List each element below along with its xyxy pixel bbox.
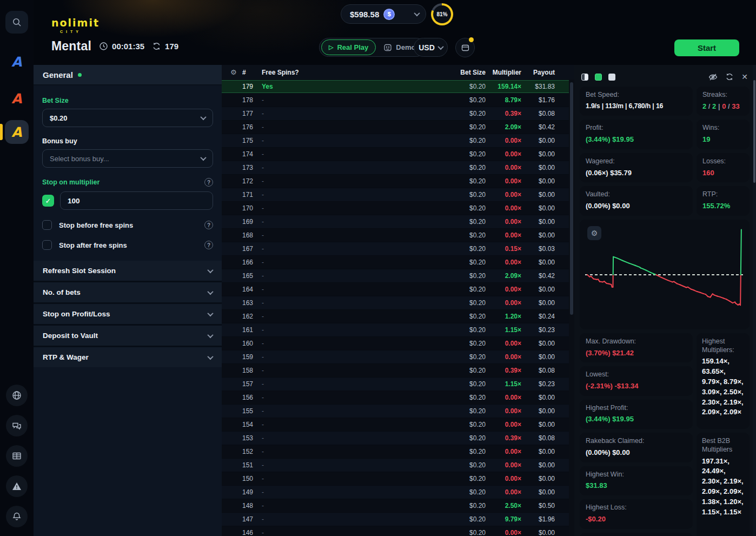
table-row[interactable]: 153-$0.200.39×$0.08	[222, 432, 574, 445]
site-logo-blue[interactable]: A	[5, 50, 29, 74]
accordion-list: Refresh Slot SessionNo. of betsStop on P…	[34, 261, 222, 367]
site-logo-red[interactable]: A	[5, 87, 29, 110]
history-button[interactable]	[6, 445, 28, 467]
chevron-down-icon	[414, 10, 420, 16]
stats-scrollbar[interactable]	[753, 65, 756, 536]
notifications-button[interactable]	[6, 506, 28, 527]
chat-button[interactable]	[6, 415, 28, 436]
row-payout: $0.00	[521, 286, 555, 293]
row-bet-size: $0.20	[446, 259, 486, 266]
row-number: 178	[242, 96, 262, 104]
table-row[interactable]: 152-$0.200.00×$0.00	[222, 445, 574, 458]
table-row[interactable]: 163-$0.200.00×$0.00	[222, 296, 574, 309]
chart-settings-button[interactable]: ⚙	[587, 226, 601, 240]
accordion-stop-on-profit-loss[interactable]: Stop on Profit/Loss	[34, 304, 222, 324]
bonus-buy-select[interactable]: Select bonus buy...	[42, 149, 213, 168]
table-settings-gear-icon[interactable]: ⚙	[230, 68, 242, 76]
stat-value: 159.14×, 63.65×, 9.79×, 8.79×, 3.09×, 2.…	[702, 356, 744, 418]
table-row[interactable]: 170-$0.200.00×$0.00	[222, 202, 574, 215]
streak-part: 33	[732, 102, 739, 110]
table-row[interactable]: 150-$0.200.00×$0.00	[222, 472, 574, 485]
table-row[interactable]: 177-$0.200.39×$0.08	[222, 107, 574, 120]
row-bet-size: $0.20	[446, 434, 486, 442]
close-icon[interactable]: ✕	[741, 73, 748, 81]
accordion-refresh-slot-session[interactable]: Refresh Slot Session	[34, 261, 222, 281]
refresh-icon	[152, 42, 161, 51]
table-row[interactable]: 148-$0.202.50×$0.50	[222, 499, 574, 512]
stop-after-checkbox[interactable]	[42, 240, 52, 250]
balance-dropdown[interactable]: $598.58 $	[341, 4, 426, 24]
table-row[interactable]: 149-$0.200.00×$0.00	[222, 486, 574, 499]
layout-panel-active-icon[interactable]	[595, 74, 602, 81]
settings-section-header[interactable]: General	[34, 65, 222, 85]
currency-select[interactable]: USD	[414, 38, 448, 57]
table-row[interactable]: 176-$0.202.09×$0.42	[222, 121, 574, 134]
help-icon[interactable]: ?	[204, 178, 213, 187]
table-row[interactable]: 156-$0.200.00×$0.00	[222, 391, 574, 404]
table-row[interactable]: 165-$0.202.09×$0.42	[222, 269, 574, 282]
table-scrollbar[interactable]	[569, 80, 574, 536]
bonus-progress-ring[interactable]: 81%	[431, 3, 453, 25]
search-button[interactable]	[5, 11, 28, 34]
site-logo-yellow-active[interactable]: A	[5, 120, 29, 144]
table-row[interactable]: 160-$0.200.00×$0.00	[222, 337, 574, 350]
table-row[interactable]: 164-$0.200.00×$0.00	[222, 283, 574, 296]
eye-off-icon[interactable]	[708, 72, 718, 82]
check-icon: ✓	[45, 197, 51, 205]
table-row[interactable]: 154-$0.200.00×$0.00	[222, 418, 574, 431]
stop-multiplier-input[interactable]: 100	[60, 191, 213, 210]
table-row[interactable]: 168-$0.200.00×$0.00	[222, 229, 574, 242]
accordion-deposit-to-vault[interactable]: Deposit to Vault	[34, 326, 222, 346]
table-row[interactable]: 146-$0.200.00×$0.00	[222, 526, 574, 536]
row-bet-size: $0.20	[446, 461, 486, 469]
row-payout: $1.96	[521, 515, 555, 523]
chevron-down-icon	[207, 310, 213, 316]
row-free-spins: -	[262, 137, 446, 144]
table-row[interactable]: 161-$0.201.15×$0.23	[222, 323, 574, 336]
real-play-button[interactable]: ▷ Real Play	[321, 39, 376, 55]
spin-count-value: 179	[165, 42, 178, 51]
table-row[interactable]: 147-$0.209.79×$1.96	[222, 513, 574, 526]
stop-before-checkbox[interactable]	[42, 220, 52, 230]
table-row[interactable]: 157-$0.201.15×$0.23	[222, 378, 574, 391]
table-row[interactable]: 172-$0.200.00×$0.00	[222, 175, 574, 188]
accordion-rtp-wager[interactable]: RTP & Wager	[34, 347, 222, 367]
stats-scrollbar-thumb[interactable]	[753, 80, 755, 183]
alerts-button[interactable]	[6, 475, 28, 497]
table-row[interactable]: 171-$0.200.00×$0.00	[222, 188, 574, 201]
table-row[interactable]: 158-$0.200.39×$0.08	[222, 364, 574, 377]
stat-card-max-drawdown: Max. Drawdown:(3.70%) $21.42	[580, 333, 693, 362]
table-scrollbar-thumb[interactable]	[570, 82, 573, 315]
table-row[interactable]: 151-$0.200.00×$0.00	[222, 459, 574, 472]
table-row[interactable]: 178-$0.208.79×$1.76	[222, 94, 574, 107]
wallet-button[interactable]	[455, 38, 475, 57]
table-row[interactable]: 167-$0.200.15×$0.03	[222, 242, 574, 255]
table-row[interactable]: 159-$0.200.00×$0.00	[222, 350, 574, 363]
layout-split-icon[interactable]	[581, 74, 588, 81]
row-multiplier: 0.00×	[486, 407, 521, 415]
bet-size-select[interactable]: $0.20	[42, 109, 213, 127]
table-row[interactable]: 155-$0.200.00×$0.00	[222, 405, 574, 418]
help-icon[interactable]: ?	[204, 241, 213, 249]
table-row[interactable]: 162-$0.201.20×$0.24	[222, 310, 574, 323]
start-button[interactable]: Start	[674, 39, 739, 56]
table-row[interactable]: 166-$0.200.00×$0.00	[222, 256, 574, 269]
stop-multiplier-checkbox-checked[interactable]: ✓	[42, 195, 54, 207]
table-row[interactable]: 179Yes$0.20159.14×$31.83	[222, 80, 574, 93]
layout-full-icon[interactable]	[608, 74, 615, 81]
game-info-row: Mental 00:01:35 179	[51, 39, 178, 54]
help-icon[interactable]: ?	[204, 221, 213, 229]
row-multiplier: 0.00×	[486, 461, 521, 469]
row-free-spins: -	[262, 96, 446, 104]
row-multiplier: 0.00×	[486, 204, 521, 212]
row-free-spins: -	[262, 191, 446, 198]
table-row[interactable]: 173-$0.200.00×$0.00	[222, 161, 574, 174]
table-row[interactable]: 169-$0.200.00×$0.00	[222, 215, 574, 228]
table-row[interactable]: 174-$0.200.00×$0.00	[222, 148, 574, 161]
row-multiplier: 2.09×	[486, 123, 521, 131]
refresh-icon[interactable]	[725, 72, 734, 81]
table-row[interactable]: 175-$0.200.00×$0.00	[222, 134, 574, 147]
row-free-spins: -	[262, 313, 446, 320]
language-button[interactable]	[6, 385, 28, 406]
accordion-no-of-bets[interactable]: No. of bets	[34, 282, 222, 302]
